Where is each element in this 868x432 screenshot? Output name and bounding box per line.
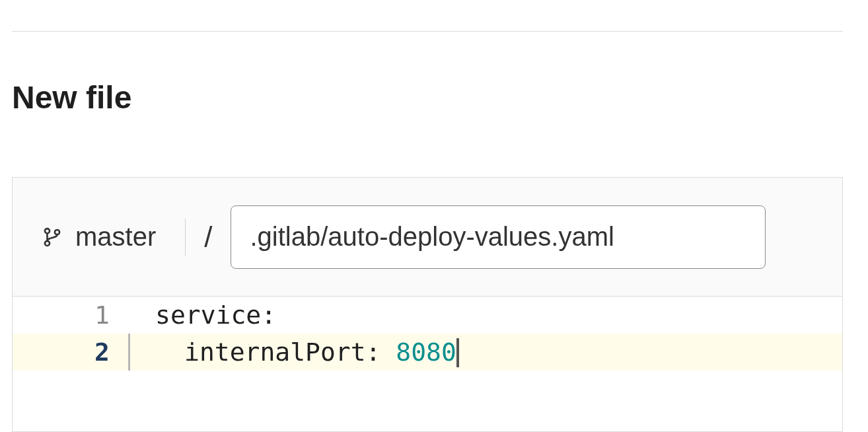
code-line[interactable]: 1 service: xyxy=(13,297,842,334)
svg-point-2 xyxy=(55,229,59,234)
branch-selector[interactable]: master xyxy=(42,222,156,252)
branch-icon xyxy=(42,224,62,250)
code-editor-area[interactable]: 1 service: 2 internalPort: 8080 xyxy=(13,297,842,371)
code-content: service: xyxy=(130,297,276,334)
filename-input[interactable] xyxy=(231,205,766,269)
line-number: 2 xyxy=(13,334,128,371)
text-cursor xyxy=(456,338,459,367)
page-title: New file xyxy=(12,79,131,116)
file-editor: master / 1 service: 2 internalPort: 8080 xyxy=(12,177,843,432)
line-number: 1 xyxy=(13,297,128,334)
branch-name: master xyxy=(75,222,156,252)
vertical-divider xyxy=(185,219,186,256)
code-line[interactable]: 2 internalPort: 8080 xyxy=(13,334,842,371)
code-content: internalPort: 8080 xyxy=(130,334,459,371)
svg-point-1 xyxy=(45,240,50,245)
svg-point-0 xyxy=(45,229,50,233)
path-separator: / xyxy=(204,221,212,254)
top-divider xyxy=(12,31,843,32)
file-header: master / xyxy=(13,178,842,297)
